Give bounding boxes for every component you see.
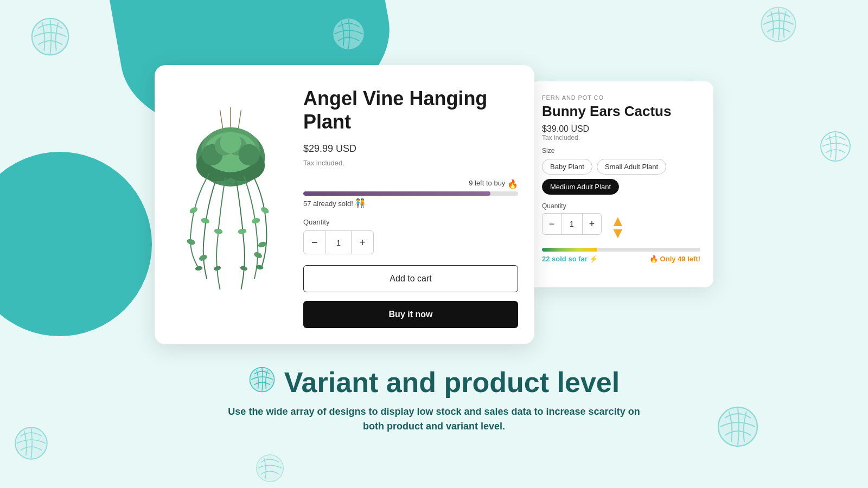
- bunny-ears-cactus-card: FERN AND POT CO Bunny Ears Cactus $39.00…: [529, 81, 713, 287]
- double-arrow-indicator: ▲ ▼: [610, 215, 626, 240]
- buy-now-button[interactable]: Buy it now: [303, 301, 518, 328]
- main-headline: Variant and product level: [284, 367, 620, 398]
- angel-vine-qty-label: Quantity: [303, 218, 518, 226]
- only-left-label: 🔥 Only 49 left!: [649, 255, 700, 263]
- headline-row: Variant and product level: [228, 366, 640, 399]
- bunny-ears-qty-value: 1: [561, 214, 583, 234]
- brand-label: FERN AND POT CO: [542, 94, 700, 101]
- svg-point-27: [213, 265, 221, 271]
- bunny-ears-tax: Tax included.: [542, 134, 700, 142]
- angel-vine-card: Angel Vine Hanging Plant $29.99 USD Tax …: [155, 65, 534, 344]
- main-content: Angel Vine Hanging Plant $29.99 USD Tax …: [0, 0, 868, 488]
- qty-and-arrow-row: − 1 + ▲ ▼: [542, 213, 700, 241]
- svg-point-26: [214, 228, 223, 234]
- angel-vine-stock-bar-fill: [303, 191, 490, 196]
- svg-point-28: [238, 228, 247, 234]
- angel-vine-stock-label: 9 left to buy 🔥: [303, 179, 518, 189]
- angel-vine-stock-area: 9 left to buy 🔥 57 already sold! 🧑‍🤝‍🧑: [303, 179, 518, 208]
- size-label: Size: [542, 147, 700, 155]
- cards-row: Angel Vine Hanging Plant $29.99 USD Tax …: [155, 65, 713, 344]
- yarn-inline-icon: [248, 366, 276, 399]
- fire-icon: 🔥: [507, 179, 518, 189]
- add-to-cart-button[interactable]: Add to cart: [303, 265, 518, 292]
- stock-left-text: 9 left to buy: [469, 179, 505, 189]
- size-baby-plant[interactable]: Baby Plant: [542, 159, 592, 175]
- cactus-stock-bar-fill: [542, 248, 597, 252]
- angel-vine-qty-minus[interactable]: −: [304, 231, 326, 254]
- bunny-ears-title: Bunny Ears Cactus: [542, 103, 700, 120]
- bunny-ears-qty-label: Quantity: [542, 202, 700, 210]
- angel-vine-qty-plus[interactable]: +: [352, 231, 373, 254]
- angel-vine-title: Angel Vine Hanging Plant: [303, 87, 518, 133]
- bunny-ears-price: $39.00 USD: [542, 124, 700, 134]
- svg-point-29: [240, 265, 248, 271]
- svg-point-19: [239, 144, 260, 165]
- bunny-ears-qty-plus[interactable]: +: [583, 214, 601, 234]
- cactus-stock-bar-bg: [542, 248, 700, 252]
- angel-vine-image-area: [171, 81, 290, 328]
- svg-point-30: [251, 217, 261, 224]
- angel-vine-details: Angel Vine Hanging Plant $29.99 USD Tax …: [303, 81, 518, 328]
- cactus-stock-info: 22 sold so far ⚡ 🔥 Only 49 left!: [542, 255, 700, 263]
- angel-vine-qty-value: 1: [326, 231, 352, 254]
- angel-vine-qty-control: − 1 +: [303, 230, 374, 254]
- size-options: Baby Plant Small Adult Plant Medium Adul…: [542, 159, 700, 195]
- angel-vine-sold-label: 57 already sold! 🧑‍🤝‍🧑: [303, 198, 518, 208]
- svg-point-24: [200, 217, 210, 224]
- bunny-ears-qty-minus[interactable]: −: [542, 214, 561, 234]
- bunny-ears-qty-control: − 1 +: [542, 213, 602, 235]
- angel-vine-price: $29.99 USD: [303, 143, 518, 155]
- angel-vine-stock-bar-bg: [303, 191, 518, 196]
- sold-so-far-label: 22 sold so far ⚡: [542, 255, 598, 263]
- svg-point-20: [220, 132, 241, 153]
- size-medium-adult[interactable]: Medium Adult Plant: [542, 179, 619, 195]
- arrow-down-icon: ▼: [610, 227, 626, 239]
- angel-vine-tax: Tax included.: [303, 159, 518, 167]
- size-small-adult[interactable]: Small Adult Plant: [597, 159, 666, 175]
- sub-headline: Use the wide array of designs to display…: [228, 404, 640, 434]
- svg-point-23: [195, 266, 203, 271]
- angel-vine-plant-image: [176, 105, 285, 305]
- bottom-section: Variant and product level Use the wide a…: [174, 366, 694, 434]
- people-emoji: 🧑‍🤝‍🧑: [355, 198, 366, 208]
